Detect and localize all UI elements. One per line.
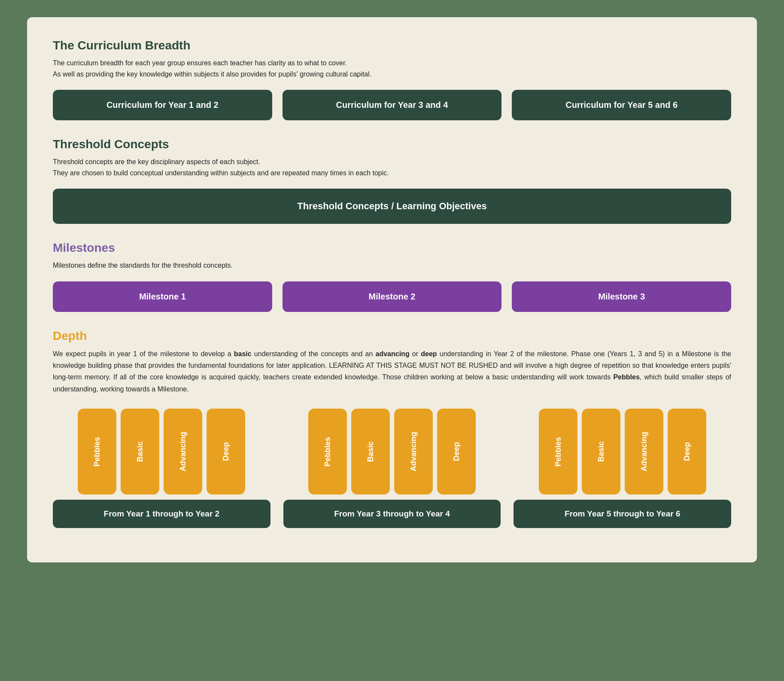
deep-card-3: Deep [668, 409, 706, 495]
pebbles-card-2: Pebbles [308, 409, 347, 495]
milestones-title: Milestones [53, 241, 731, 255]
curriculum-year5-6-button[interactable]: Curriculum for Year 5 and 6 [512, 90, 731, 120]
advancing-card-3: Advancing [625, 409, 663, 495]
milestone-3-button[interactable]: Milestone 3 [512, 281, 731, 312]
depth-title: Depth [53, 329, 731, 343]
depth-text-part1: We expect pupils in year 1 of the milest… [53, 350, 234, 357]
depth-text-bold3: deep [421, 350, 437, 357]
depth-group-3: Pebbles Basic Advancing Deep From Year 5… [514, 409, 731, 528]
depth-text-bold2: advancing [376, 350, 410, 357]
pebbles-card-3: Pebbles [539, 409, 577, 495]
description-line1: The curriculum breadth for each year gro… [53, 59, 347, 67]
pebbles-card-1: Pebbles [78, 409, 116, 495]
depth-text-part3: or [410, 350, 421, 357]
advancing-card-2: Advancing [394, 409, 433, 495]
depth-group-2: Pebbles Basic Advancing Deep From Year 3… [283, 409, 501, 528]
from-year-1-2-button[interactable]: From Year 1 through to Year 2 [53, 500, 270, 528]
depth-group-1: Pebbles Basic Advancing Deep From Year 1… [53, 409, 270, 528]
basic-card-1: Basic [121, 409, 159, 495]
depth-text-bold4: Pebbles [613, 373, 639, 381]
advancing-card-1: Advancing [164, 409, 202, 495]
depth-text-bold1: basic [234, 350, 252, 357]
from-year-3-4-button[interactable]: From Year 3 through to Year 4 [283, 500, 501, 528]
curriculum-year3-4-button[interactable]: Curriculum for Year 3 and 4 [283, 90, 502, 120]
depth-groups: Pebbles Basic Advancing Deep From Year 1… [53, 409, 731, 528]
deep-card-2: Deep [437, 409, 476, 495]
depth-text-part2: understanding of the concepts and an [252, 350, 376, 357]
milestones-description: Milestones define the standards for the … [53, 260, 731, 271]
threshold-concepts-description: Threshold concepts are the key disciplin… [53, 156, 731, 178]
basic-card-2: Basic [351, 409, 390, 495]
curriculum-button-row: Curriculum for Year 1 and 2 Curriculum f… [53, 90, 731, 120]
threshold-desc-line1: Threshold concepts are the key disciplin… [53, 158, 260, 165]
milestone-1-button[interactable]: Milestone 1 [53, 281, 272, 312]
depth-group-3-cards: Pebbles Basic Advancing Deep [514, 409, 731, 495]
milestone-2-button[interactable]: Milestone 2 [283, 281, 502, 312]
description-line2: As well as providing the key knowledge w… [53, 70, 371, 78]
threshold-concepts-button[interactable]: Threshold Concepts / Learning Objectives [53, 189, 731, 224]
deep-card-1: Deep [207, 409, 245, 495]
threshold-desc-line2: They are chosen to build conceptual unde… [53, 169, 389, 177]
basic-card-3: Basic [582, 409, 620, 495]
depth-description: We expect pupils in year 1 of the milest… [53, 348, 731, 395]
curriculum-breadth-description: The curriculum breadth for each year gro… [53, 58, 731, 79]
curriculum-breadth-title: The Curriculum Breadth [53, 39, 731, 52]
depth-group-2-cards: Pebbles Basic Advancing Deep [283, 409, 501, 495]
depth-group-1-cards: Pebbles Basic Advancing Deep [53, 409, 270, 495]
curriculum-year1-2-button[interactable]: Curriculum for Year 1 and 2 [53, 90, 272, 120]
from-year-5-6-button[interactable]: From Year 5 through to Year 6 [514, 500, 731, 528]
milestone-button-row: Milestone 1 Milestone 2 Milestone 3 [53, 281, 731, 312]
threshold-concepts-title: Threshold Concepts [53, 137, 731, 151]
